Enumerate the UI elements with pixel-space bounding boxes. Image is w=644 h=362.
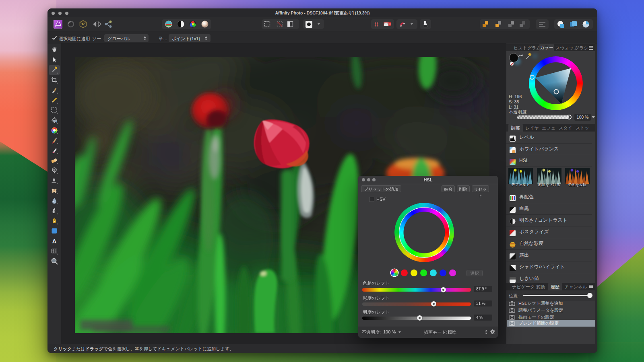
svg-text:A: A xyxy=(52,238,57,245)
